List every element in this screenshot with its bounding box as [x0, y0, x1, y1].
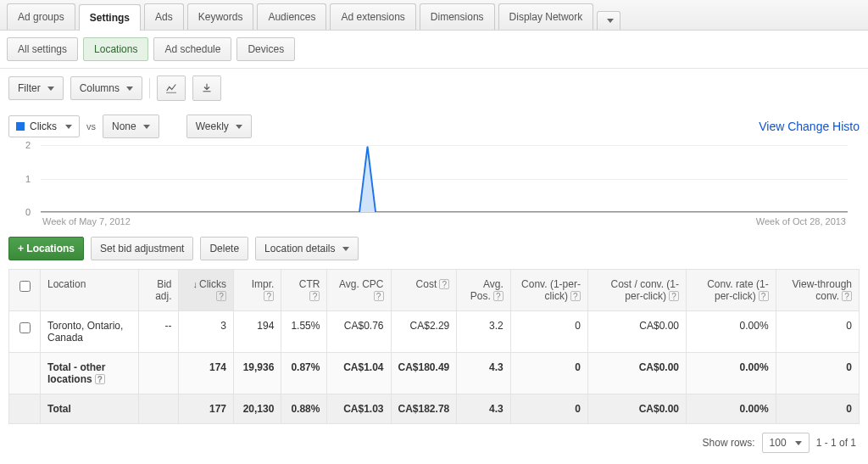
col-ctr[interactable]: CTR?	[281, 270, 327, 311]
cell-conv-rate: 0.00%	[687, 394, 776, 424]
metric-color-swatch	[16, 122, 25, 131]
subtab-locations[interactable]: Locations	[83, 37, 148, 61]
location-details-button[interactable]: Location details	[255, 237, 358, 260]
tab-ad-extensions[interactable]: Ad extensions	[330, 3, 415, 30]
col-checkbox	[9, 270, 41, 311]
help-icon[interactable]: ?	[264, 291, 274, 301]
columns-button[interactable]: Columns	[70, 76, 142, 100]
col-clicks[interactable]: ↓Clicks?	[179, 270, 234, 311]
cell-clicks: 177	[179, 394, 234, 424]
help-icon[interactable]: ?	[439, 279, 449, 289]
tab-dimensions[interactable]: Dimensions	[420, 3, 495, 30]
row-checkbox[interactable]	[19, 322, 31, 333]
cell-avg-pos: 4.3	[457, 394, 511, 424]
cell-cost-conv: CA$0.00	[587, 394, 686, 424]
cell-impr: 194	[234, 311, 281, 353]
tab-more[interactable]	[597, 11, 620, 30]
primary-metric-select[interactable]: Clicks	[8, 115, 80, 137]
subtab-all-settings[interactable]: All settings	[7, 37, 78, 61]
delete-button[interactable]: Delete	[200, 237, 248, 260]
caret-down-icon	[236, 125, 242, 129]
cell-cost: CA$180.49	[391, 353, 457, 394]
cell-clicks: 174	[179, 353, 234, 394]
cell-vtc: 0	[776, 353, 859, 394]
help-icon[interactable]: ?	[842, 291, 852, 301]
help-icon[interactable]: ?	[374, 291, 384, 301]
select-all-checkbox[interactable]	[19, 281, 31, 292]
col-bid-adj[interactable]: Bid adj.	[139, 270, 179, 311]
col-avg-pos[interactable]: Avg. Pos.?	[457, 270, 511, 311]
help-icon[interactable]: ?	[570, 291, 581, 301]
caret-down-icon	[65, 125, 72, 129]
rows-per-page-value: 100	[770, 437, 787, 449]
help-icon[interactable]: ?	[309, 291, 320, 301]
help-icon[interactable]: ?	[669, 291, 679, 301]
columns-label: Columns	[80, 82, 120, 94]
y-tick: 1	[25, 174, 31, 184]
download-button[interactable]	[192, 75, 221, 101]
caret-down-icon	[342, 247, 349, 251]
chart-toggle-button[interactable]	[157, 75, 186, 101]
cell-impr: 19,936	[234, 353, 281, 394]
col-ctr-label: CTR	[299, 278, 320, 290]
help-icon[interactable]: ?	[216, 291, 226, 301]
show-rows-label: Show rows:	[703, 437, 755, 449]
chart-svg	[41, 145, 848, 212]
primary-metric-label: Clicks	[30, 120, 57, 132]
col-avg-cpc[interactable]: Avg. CPC?	[327, 270, 391, 311]
col-cost[interactable]: Cost?	[391, 270, 457, 311]
view-change-history-link[interactable]: View Change Histo	[759, 120, 860, 133]
cell-conv-rate: 0.00%	[687, 353, 776, 394]
primary-tabs: Ad groups Settings Ads Keywords Audience…	[0, 0, 868, 31]
caret-down-icon	[143, 125, 150, 129]
cell-conv: 0	[510, 353, 587, 394]
set-bid-adjustment-button[interactable]: Set bid adjustment	[91, 237, 193, 260]
subtab-devices[interactable]: Devices	[236, 37, 295, 61]
granularity-select[interactable]: Weekly	[186, 115, 252, 138]
divider	[149, 78, 150, 98]
rows-per-page-select[interactable]: 100	[762, 433, 810, 453]
line-chart: 2 1 0	[41, 145, 848, 213]
help-icon[interactable]: ?	[493, 291, 504, 301]
cell-ctr: 0.87%	[281, 353, 327, 394]
col-vtc[interactable]: View-through conv.?	[776, 270, 859, 311]
filter-button[interactable]: Filter	[8, 76, 64, 100]
tab-ads[interactable]: Ads	[144, 3, 184, 30]
sort-desc-icon: ↓	[193, 279, 198, 289]
add-locations-button[interactable]: + Locations	[8, 237, 84, 260]
col-cost-label: Cost	[416, 278, 437, 290]
table-header-row: Location Bid adj. ↓Clicks? Impr.? CTR? A…	[9, 270, 860, 311]
cell-avg-pos: 4.3	[457, 353, 511, 394]
tab-keywords[interactable]: Keywords	[187, 3, 254, 30]
subtab-ad-schedule[interactable]: Ad schedule	[153, 37, 231, 61]
secondary-metric-select[interactable]: None	[103, 115, 159, 138]
table-row-total: Total 177 20,130 0.88% CA$1.03 CA$182.78…	[9, 394, 860, 424]
tab-settings[interactable]: Settings	[79, 4, 141, 31]
col-conv-rate[interactable]: Conv. rate (1-per-click)?	[687, 270, 776, 311]
location-details-label: Location details	[264, 243, 335, 254]
cell-vtc: 0	[776, 311, 859, 353]
cell-bid-adj: --	[139, 311, 179, 353]
help-icon[interactable]: ?	[95, 374, 105, 384]
chart-icon	[166, 81, 176, 95]
vs-label: vs	[86, 121, 96, 131]
locations-table: Location Bid adj. ↓Clicks? Impr.? CTR? A…	[8, 269, 860, 424]
col-conv[interactable]: Conv. (1-per-click)?	[510, 270, 587, 311]
col-impr[interactable]: Impr.?	[234, 270, 281, 311]
cell-impr: 20,130	[234, 394, 281, 424]
cell-vtc: 0	[776, 394, 859, 424]
tab-audiences[interactable]: Audiences	[257, 3, 326, 30]
chart-area: 2 1 0 Week of May 7, 2012 Week of Oct 28…	[0, 145, 868, 230]
tab-display-network[interactable]: Display Network	[498, 3, 594, 30]
secondary-metric-label: None	[112, 120, 136, 132]
help-icon[interactable]: ?	[759, 291, 769, 301]
cell-location[interactable]: Toronto, Ontario, Canada	[41, 311, 139, 353]
cell-conv-rate: 0.00%	[687, 311, 776, 353]
cell-cost: CA$2.29	[391, 311, 457, 353]
cell-avg-cpc: CA$1.04	[327, 353, 391, 394]
table-row: Toronto, Ontario, Canada -- 3 194 1.55% …	[9, 311, 860, 353]
col-cost-conv[interactable]: Cost / conv. (1-per-click)?	[587, 270, 686, 311]
sub-tabs: All settings Locations Ad schedule Devic…	[0, 31, 868, 69]
tab-ad-groups[interactable]: Ad groups	[7, 3, 75, 30]
col-location[interactable]: Location	[41, 270, 139, 311]
